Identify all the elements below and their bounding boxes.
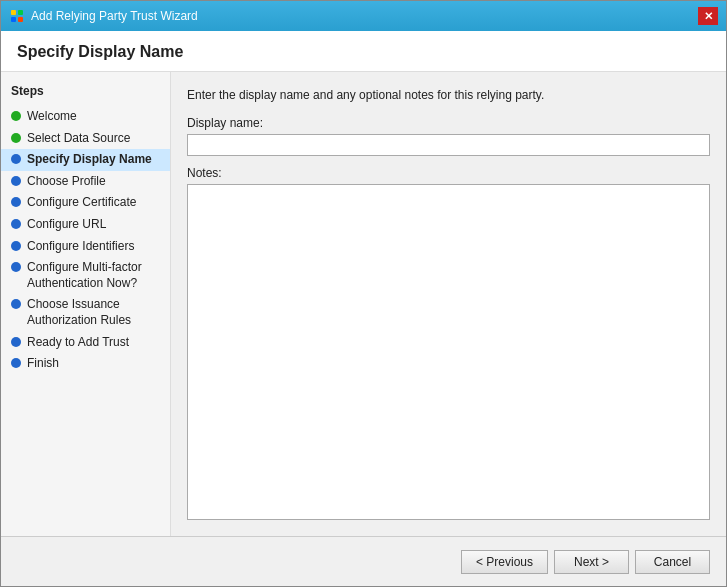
cancel-button[interactable]: Cancel — [635, 550, 710, 574]
notes-label: Notes: — [187, 166, 710, 180]
sidebar-item-label-configure-url: Configure URL — [27, 217, 106, 233]
step-dot-ready-to-add — [11, 337, 21, 347]
sidebar-item-specify-display-name[interactable]: Specify Display Name — [1, 149, 170, 171]
sidebar-item-configure-url[interactable]: Configure URL — [1, 214, 170, 236]
display-name-field-group: Display name: — [187, 116, 710, 156]
sidebar-item-choose-profile[interactable]: Choose Profile — [1, 171, 170, 193]
sidebar-item-label-configure-identifiers: Configure Identifiers — [27, 239, 134, 255]
notes-textarea[interactable] — [187, 184, 710, 520]
sidebar-item-ready-to-add[interactable]: Ready to Add Trust — [1, 332, 170, 354]
sidebar-item-configure-certificate[interactable]: Configure Certificate — [1, 192, 170, 214]
step-dot-finish — [11, 358, 21, 368]
sidebar-item-label-choose-issuance: Choose Issuance Authorization Rules — [27, 297, 160, 328]
display-name-input[interactable] — [187, 134, 710, 156]
step-dot-choose-issuance — [11, 299, 21, 309]
sidebar-item-label-ready-to-add: Ready to Add Trust — [27, 335, 129, 351]
step-dot-configure-identifiers — [11, 241, 21, 251]
main-content: Steps Welcome Select Data Source Specify… — [1, 72, 726, 536]
page-header: Specify Display Name — [1, 31, 726, 72]
content-area: Enter the display name and any optional … — [171, 72, 726, 536]
display-name-label: Display name: — [187, 116, 710, 130]
sidebar-item-label-choose-profile: Choose Profile — [27, 174, 106, 190]
sidebar-item-label-select-data-source: Select Data Source — [27, 131, 130, 147]
sidebar-item-configure-multifactor[interactable]: Configure Multi-factor Authentication No… — [1, 257, 170, 294]
steps-label: Steps — [1, 84, 170, 106]
sidebar-item-label-finish: Finish — [27, 356, 59, 372]
step-dot-specify-display-name — [11, 154, 21, 164]
sidebar: Steps Welcome Select Data Source Specify… — [1, 72, 171, 536]
step-dot-configure-url — [11, 219, 21, 229]
app-icon — [9, 8, 25, 24]
step-dot-configure-certificate — [11, 197, 21, 207]
title-bar-title: Add Relying Party Trust Wizard — [31, 9, 198, 23]
step-dot-select-data-source — [11, 133, 21, 143]
next-button[interactable]: Next > — [554, 550, 629, 574]
sidebar-item-label-specify-display-name: Specify Display Name — [27, 152, 152, 168]
sidebar-item-label-welcome: Welcome — [27, 109, 77, 125]
sidebar-item-choose-issuance[interactable]: Choose Issuance Authorization Rules — [1, 294, 170, 331]
sidebar-item-select-data-source[interactable]: Select Data Source — [1, 128, 170, 150]
title-bar: Add Relying Party Trust Wizard ✕ — [1, 1, 726, 31]
description-text: Enter the display name and any optional … — [187, 88, 710, 102]
title-bar-left: Add Relying Party Trust Wizard — [9, 8, 198, 24]
sidebar-item-label-configure-certificate: Configure Certificate — [27, 195, 136, 211]
sidebar-item-label-configure-multifactor: Configure Multi-factor Authentication No… — [27, 260, 160, 291]
notes-field-group: Notes: — [187, 166, 710, 520]
svg-rect-3 — [18, 17, 23, 22]
close-button[interactable]: ✕ — [698, 7, 718, 25]
sidebar-item-finish[interactable]: Finish — [1, 353, 170, 375]
footer: < Previous Next > Cancel — [1, 536, 726, 586]
step-dot-welcome — [11, 111, 21, 121]
sidebar-item-configure-identifiers[interactable]: Configure Identifiers — [1, 236, 170, 258]
svg-rect-2 — [11, 17, 16, 22]
step-dot-choose-profile — [11, 176, 21, 186]
notes-container — [187, 184, 710, 520]
svg-rect-1 — [18, 10, 23, 15]
previous-button[interactable]: < Previous — [461, 550, 548, 574]
svg-rect-0 — [11, 10, 16, 15]
step-dot-configure-multifactor — [11, 262, 21, 272]
sidebar-item-welcome[interactable]: Welcome — [1, 106, 170, 128]
page-header-title: Specify Display Name — [17, 43, 183, 60]
